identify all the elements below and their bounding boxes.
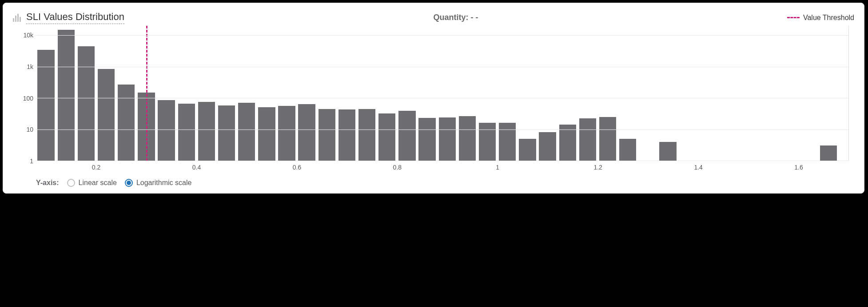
radio-linear-scale[interactable]: Linear scale <box>67 179 117 187</box>
histogram-bar[interactable] <box>459 116 476 161</box>
histogram-bar[interactable] <box>258 107 275 161</box>
y-tick-label: 100 <box>13 95 33 102</box>
x-tick-label: 1.4 <box>694 164 702 171</box>
y-tick-label: 10 <box>13 126 33 133</box>
histogram-bar[interactable] <box>319 109 335 161</box>
yaxis-label: Y-axis: <box>36 179 59 187</box>
radio-linear-label: Linear scale <box>79 179 117 187</box>
x-tick-label: 1.2 <box>593 164 602 171</box>
svg-rect-2 <box>17 14 19 22</box>
gridline <box>36 35 848 36</box>
histogram-bar[interactable] <box>539 132 556 161</box>
title-wrap: SLI Values Distribution <box>13 11 124 24</box>
histogram-bar[interactable] <box>78 46 95 161</box>
histogram-bar[interactable] <box>198 102 215 161</box>
radio-log-label: Logarithmic scale <box>136 179 192 187</box>
y-tick-label: 1 <box>13 158 33 165</box>
histogram-bar[interactable] <box>118 85 135 161</box>
histogram-bar[interactable] <box>439 117 456 161</box>
quantity-label: Quantity: - - <box>124 13 787 22</box>
radio-circle-icon <box>67 179 75 187</box>
legend: Value Threshold <box>787 14 854 22</box>
histogram-bar[interactable] <box>599 117 616 161</box>
threshold-swatch-icon <box>787 17 800 18</box>
x-tick-label: 1.6 <box>794 164 803 171</box>
bar-chart-icon <box>13 14 22 22</box>
histogram-bar[interactable] <box>98 69 115 161</box>
histogram-bar[interactable] <box>358 109 375 161</box>
yaxis-controls: Y-axis: Linear scale Logarithmic scale <box>36 179 854 187</box>
histogram-bar[interactable] <box>418 118 435 161</box>
x-tick-label: 1 <box>496 164 499 171</box>
histogram-bar[interactable] <box>378 113 395 161</box>
svg-rect-0 <box>13 18 14 22</box>
histogram-bar[interactable] <box>499 123 516 161</box>
x-tick-label: 0.4 <box>192 164 201 171</box>
plot <box>36 26 849 161</box>
histogram-bar[interactable] <box>238 103 255 161</box>
histogram-bar[interactable] <box>158 100 175 161</box>
histogram-bar[interactable] <box>659 142 676 161</box>
radio-logarithmic-scale[interactable]: Logarithmic scale <box>125 179 192 187</box>
histogram-bar[interactable] <box>398 111 415 161</box>
y-tick-label: 10k <box>13 32 33 39</box>
histogram-bar[interactable] <box>278 106 295 161</box>
histogram-bar[interactable] <box>218 105 235 161</box>
histogram-bar[interactable] <box>519 139 536 161</box>
svg-rect-3 <box>20 17 21 22</box>
bars-layer <box>36 26 848 161</box>
gridline <box>36 129 848 130</box>
chart-header: SLI Values Distribution Quantity: - - Va… <box>13 11 854 24</box>
x-tick-label: 0.6 <box>293 164 301 171</box>
chart-card: SLI Values Distribution Quantity: - - Va… <box>3 3 864 194</box>
y-tick-label: 1k <box>13 63 33 70</box>
svg-rect-1 <box>15 16 16 22</box>
histogram-bar[interactable] <box>178 104 195 161</box>
histogram-bar[interactable] <box>479 123 496 161</box>
chart-title: SLI Values Distribution <box>26 11 124 24</box>
threshold-line <box>146 26 147 161</box>
histogram-bar[interactable] <box>298 104 315 161</box>
histogram-bar[interactable] <box>58 30 75 161</box>
histogram-bar[interactable] <box>559 125 576 161</box>
chart-area: 1101001k10k0.20.40.60.811.21.41.6 <box>13 26 854 174</box>
histogram-bar[interactable] <box>619 139 636 161</box>
x-tick-label: 0.2 <box>92 164 100 171</box>
legend-label: Value Threshold <box>803 14 854 22</box>
gridline <box>36 67 848 67</box>
gridline <box>36 161 848 161</box>
histogram-bar[interactable] <box>820 145 837 161</box>
gridline <box>36 98 848 98</box>
histogram-bar[interactable] <box>338 109 355 161</box>
radio-circle-icon <box>125 179 133 187</box>
x-tick-label: 0.8 <box>393 164 402 171</box>
histogram-bar[interactable] <box>579 118 596 161</box>
